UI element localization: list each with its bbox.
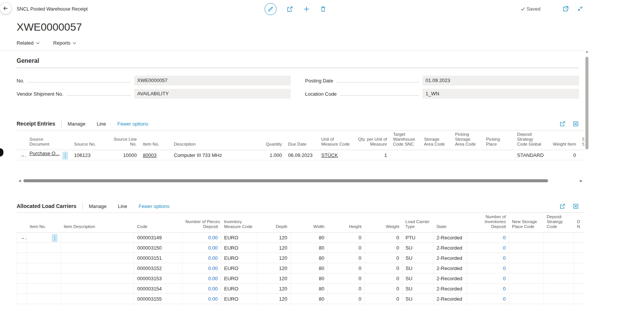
weight-cell[interactable]: 0 (365, 263, 402, 273)
clipped-column-cell[interactable] (574, 253, 585, 263)
new-storage-place-code-cell[interactable] (509, 284, 544, 294)
new-storage-place-code-cell[interactable] (509, 294, 544, 304)
state-cell[interactable]: 2-Recorded (433, 294, 467, 304)
manage-menu-item[interactable]: Manage (89, 203, 107, 209)
height-cell[interactable]: 0 (328, 273, 365, 284)
height-cell[interactable]: 0 (328, 253, 365, 263)
qty-per-unit-of-measure-cell[interactable]: 1 (353, 150, 390, 160)
source-no-cell[interactable]: 106123 (71, 150, 106, 160)
height-cell[interactable]: 0 (328, 304, 365, 307)
row-indicator-cell[interactable] (17, 253, 27, 263)
width-cell[interactable]: 80 (291, 253, 328, 263)
width-cell[interactable]: 80 (291, 294, 328, 304)
depth-header[interactable]: Depth (257, 213, 291, 233)
inventory-measure-code-header[interactable]: InventoryMeasure Code (221, 213, 257, 233)
item-description-cell[interactable] (61, 273, 134, 284)
width-header[interactable]: Width (291, 213, 328, 233)
code-cell[interactable]: 000003151 (134, 253, 183, 263)
row-indicator-cell[interactable] (17, 263, 27, 273)
fewer-options-menu-item[interactable]: Fewer options (118, 121, 149, 127)
state-cell[interactable]: 2-Recorded (433, 304, 467, 307)
inventory-measure-code-cell[interactable]: EURO (221, 263, 257, 273)
new-storage-place-code-cell[interactable] (509, 253, 544, 263)
width-cell[interactable]: 80 (291, 284, 328, 294)
height-cell[interactable]: 0 (328, 294, 365, 304)
weight-cell[interactable]: 0 (365, 253, 402, 263)
table-row[interactable]: →Purchase O...⋮1061231000080003Computer … (17, 150, 584, 160)
number-of-pieces-deposit-value[interactable]: 0.00 (208, 255, 218, 261)
share-subpage-button[interactable] (559, 203, 566, 210)
deposit-strategy-code-cell[interactable] (544, 243, 574, 253)
code-cell[interactable]: 000003152 (134, 263, 183, 273)
state-cell[interactable]: 2-Recorded (433, 233, 467, 243)
width-cell[interactable]: 80 (291, 243, 328, 253)
menu-related[interactable]: Related (17, 40, 40, 46)
load-carrier-type-header[interactable]: Load CarrierType (402, 213, 433, 233)
item-description-cell[interactable] (61, 233, 134, 243)
row-indicator-header[interactable] (17, 213, 27, 233)
clipped-column-cell[interactable] (574, 243, 585, 253)
qty-per-unit-of-measure-header[interactable]: Qty. per Unit ofMeasure (353, 130, 390, 150)
load-carrier-type-cell[interactable]: SU (402, 273, 433, 284)
height-cell[interactable]: 0 (328, 263, 365, 273)
source-line-no-header[interactable]: Source LineNo. (106, 130, 140, 150)
item-no-cell[interactable] (27, 253, 61, 263)
back-button[interactable] (0, 3, 11, 14)
row-indicator-cell[interactable] (17, 304, 27, 307)
picking-storage-area-code-cell[interactable] (452, 150, 483, 160)
table-row[interactable]: →⋮0000031490.00EURO1208000PTU2-Recorded0 (17, 233, 585, 243)
weight-cell[interactable]: 0 (365, 294, 402, 304)
clipped-column-header[interactable]: DN (574, 213, 585, 233)
deposit-strategy-code-cell[interactable] (544, 304, 574, 307)
clipped-column-header[interactable]: SiS (579, 130, 584, 150)
row-indicator-header[interactable] (17, 130, 26, 150)
clipped-column-cell[interactable] (574, 284, 585, 294)
weight-cell[interactable]: 0 (365, 243, 402, 253)
number-of-inventories-deposit-value[interactable]: 0 (503, 235, 506, 241)
number-of-pieces-deposit-value[interactable]: 0.00 (208, 265, 218, 271)
row-options-kebab[interactable]: ⋮ (62, 152, 68, 160)
number-of-pieces-deposit-value[interactable]: 0.00 (208, 245, 218, 251)
description-cell[interactable]: Computer III 733 MHz (171, 150, 247, 160)
item-description-header[interactable]: Item Description (61, 213, 134, 233)
item-no-value[interactable]: 80003 (143, 152, 156, 158)
inventory-measure-code-cell[interactable]: EURO (221, 294, 257, 304)
location-code-field[interactable]: 1_WN (423, 89, 579, 99)
unit-of-measure-code-value[interactable]: STÜCK (321, 152, 338, 158)
inventory-measure-code-cell[interactable]: EURO (221, 243, 257, 253)
source-line-no-cell[interactable]: 10000 (106, 150, 140, 160)
code-cell[interactable]: 000003149 (134, 233, 183, 243)
source-document-cell[interactable]: Purchase O...⋮ (26, 150, 71, 160)
state-cell[interactable]: 2-Recorded (433, 273, 467, 284)
inventory-measure-code-cell[interactable]: EURO (221, 284, 257, 294)
storage-area-code-cell[interactable] (421, 150, 452, 160)
item-no-cell[interactable] (27, 273, 61, 284)
number-of-inventories-deposit-cell[interactable]: 0 (467, 294, 509, 304)
clipped-column-cell[interactable] (574, 304, 585, 307)
number-of-inventories-deposit-value[interactable]: 0 (503, 276, 506, 281)
weight-cell[interactable]: 0 (365, 304, 402, 307)
row-indicator-cell[interactable] (17, 294, 27, 304)
weight-cell[interactable]: 0 (365, 284, 402, 294)
depth-cell[interactable]: 120 (257, 304, 291, 307)
share-subpage-button[interactable] (559, 121, 566, 127)
open-in-new-window-button[interactable] (562, 5, 569, 12)
general-section-title[interactable]: General (17, 57, 579, 68)
deposit-strategy-code-cell[interactable] (544, 294, 574, 304)
number-of-inventories-deposit-value[interactable]: 0 (503, 306, 506, 307)
code-cell[interactable]: 000003155 (134, 294, 183, 304)
picking-place-cell[interactable] (483, 150, 514, 160)
item-description-cell[interactable] (61, 253, 134, 263)
number-of-inventories-deposit-value[interactable]: 0 (503, 255, 506, 261)
number-of-pieces-deposit-cell[interactable]: 0.00 (183, 253, 221, 263)
height-cell[interactable]: 0 (328, 233, 365, 243)
number-of-pieces-deposit-value[interactable]: 0.00 (208, 276, 218, 281)
number-of-inventories-deposit-cell[interactable]: 0 (467, 284, 509, 294)
height-cell[interactable]: 0 (328, 243, 365, 253)
deposit-strategy-code-cell[interactable] (544, 263, 574, 273)
state-cell[interactable]: 2-Recorded (433, 253, 467, 263)
clipped-column-cell[interactable] (574, 294, 585, 304)
number-of-inventories-deposit-cell[interactable]: 0 (467, 273, 509, 284)
state-cell[interactable]: 2-Recorded (433, 243, 467, 253)
load-carrier-type-cell[interactable]: SU (402, 304, 433, 307)
